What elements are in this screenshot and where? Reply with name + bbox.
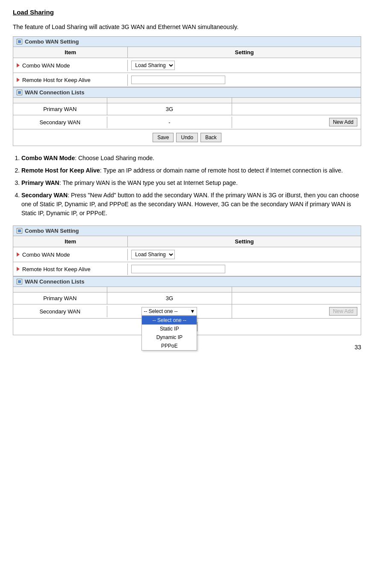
table1-wan-list-icon <box>17 90 22 95</box>
table1-wan-list-title: WAN Connection Lists <box>25 89 84 96</box>
list-item-4-text: : Press "New Add" button to add the seco… <box>21 192 359 216</box>
table2-wan-col2-header <box>107 287 233 292</box>
table1-header-icon <box>17 39 22 44</box>
remote-host-input-2[interactable] <box>131 265 225 273</box>
combo-wan-mode-select-1[interactable]: Load Sharing Failover <box>131 61 175 70</box>
list-item-1: Combo WAN Mode: Choose Load Sharing mode… <box>21 154 361 163</box>
table2-secondary-wan-col2: -- Select one -- ▼ -- Select one -- Stat… <box>107 304 233 318</box>
table1-secondary-wan-row: Secondary WAN - New Add <box>13 115 361 129</box>
wan-col2-header <box>107 98 233 103</box>
table2-col-headers: Item Setting <box>13 236 361 247</box>
table2-col-setting-label: Setting <box>128 236 361 247</box>
table2-row-remote-host: Remote Host for Keep Alive <box>13 262 361 276</box>
list-item-3-label: Primary WAN <box>21 179 59 186</box>
table2-secondary-wan-col1: Secondary WAN <box>13 306 107 317</box>
dropdown-option-pppoe[interactable]: PPPoE <box>142 342 197 350</box>
table2-item-remote-host: Remote Host for Keep Alive <box>13 263 128 275</box>
select-dropdown-arrow: ▼ <box>190 308 195 314</box>
new-add-button-1[interactable]: New Add <box>329 118 357 126</box>
table2-primary-wan-col3 <box>232 296 361 301</box>
table2-primary-wan-col1: Primary WAN <box>13 293 107 304</box>
list-item-1-text: : Choose Load Sharing mode. <box>75 155 154 161</box>
combo-wan-table-2: Combo WAN Setting Item Setting Combo WAN… <box>13 225 361 335</box>
primary-wan-col1: Primary WAN <box>13 103 107 115</box>
combo-wan-table-1: Combo WAN Setting Item Setting Combo WAN… <box>13 36 361 146</box>
table1-col-headers: Item Setting <box>13 47 361 58</box>
dropdown-option-select-one[interactable]: -- Select one -- <box>142 316 197 325</box>
table1-setting-remote-host <box>128 73 361 87</box>
undo-button-1[interactable]: Undo <box>176 133 198 142</box>
table1-item-remote-host: Remote Host for Keep Alive <box>13 74 128 86</box>
page-title: Load Sharing <box>13 9 361 16</box>
table2-row-combo-wan-mode: Combo WAN Mode Load Sharing Failover <box>13 247 361 262</box>
dropdown-option-dynamic-ip[interactable]: Dynamic IP <box>142 333 197 342</box>
table2-wan-col3-header <box>232 287 361 292</box>
table2-header-title: Combo WAN Setting <box>25 228 79 234</box>
instructions-list: Combo WAN Mode: Choose Load Sharing mode… <box>21 154 361 218</box>
table2-secondary-wan-col3: New Add <box>232 304 361 318</box>
row-arrow-icon-3 <box>17 252 20 257</box>
table1-wan-list-header-row: WAN Connection Lists <box>13 87 361 98</box>
table1-row-remote-host: Remote Host for Keep Alive <box>13 73 361 87</box>
table2-setting-remote-host <box>128 262 361 276</box>
table2-wan-list-title: WAN Connection Lists <box>25 278 84 285</box>
table2-primary-wan-col2: 3G <box>107 293 233 304</box>
table1-row-combo-wan-mode: Combo WAN Mode Load Sharing Failover <box>13 58 361 73</box>
table1-primary-wan-row: Primary WAN 3G <box>13 103 361 115</box>
table2-item-combo-wan-mode: Combo WAN Mode <box>13 249 128 260</box>
table2-col-item-label: Item <box>13 236 128 247</box>
remote-host-label: Remote Host for Keep Alive <box>22 77 91 83</box>
back-button-1[interactable]: Back <box>200 133 221 142</box>
primary-wan-col3 <box>232 107 361 112</box>
row-arrow-icon-1 <box>17 63 20 67</box>
combo-wan-mode-select-2[interactable]: Load Sharing Failover <box>131 250 175 259</box>
table2-setting-combo-wan-mode: Load Sharing Failover <box>128 247 361 262</box>
table2-wan-col-headers <box>13 287 361 293</box>
table1-wan-col-headers <box>13 98 361 103</box>
save-button-1[interactable]: Save <box>153 133 174 142</box>
combo-wan-mode-label: Combo WAN Mode <box>22 62 70 69</box>
primary-wan-col2: 3G <box>107 103 233 115</box>
table1-button-row: Save Undo Back <box>13 129 361 146</box>
secondary-wan-select-display[interactable]: -- Select one -- ▼ <box>141 307 197 316</box>
select-display-text: -- Select one -- <box>144 308 177 314</box>
dropdown-option-static-ip[interactable]: Static IP <box>142 325 197 333</box>
table2-header-icon <box>17 228 22 234</box>
intro-paragraph: The feature of Load Sharing will activat… <box>13 23 361 30</box>
table2-primary-wan-row: Primary WAN 3G <box>13 293 361 304</box>
table1-setting-combo-wan-mode: Load Sharing Failover <box>128 58 361 73</box>
list-item-2: Remote Host for Keep Alive: Type an IP a… <box>21 166 361 175</box>
list-item-3-text: : The primary WAN is the WAN type you se… <box>59 179 238 186</box>
table1-item-combo-wan-mode: Combo WAN Mode <box>13 60 128 71</box>
wan-col1-header <box>13 98 107 103</box>
secondary-wan-dropdown-wrapper: -- Select one -- ▼ -- Select one -- Stat… <box>141 307 197 316</box>
table2-combo-wan-mode-label: Combo WAN Mode <box>22 252 70 258</box>
list-item-4-label: Secondary WAN <box>21 192 68 199</box>
table2-wan-col1-header <box>13 287 107 292</box>
table1-col-setting-label: Setting <box>128 47 361 58</box>
secondary-wan-col2: - <box>107 117 233 128</box>
secondary-wan-dropdown-menu[interactable]: -- Select one -- Static IP Dynamic IP PP… <box>141 316 197 351</box>
wan-col3-header <box>232 98 361 103</box>
table2-header-row: Combo WAN Setting <box>13 226 361 236</box>
table2-wan-list-header-row: WAN Connection Lists <box>13 276 361 287</box>
list-item-1-label: Combo WAN Mode <box>21 155 75 161</box>
list-item-2-text: : Type an IP address or domain name of r… <box>100 167 343 174</box>
list-item-3: Primary WAN: The primary WAN is the WAN … <box>21 178 361 187</box>
secondary-wan-col3: New Add <box>232 115 361 129</box>
table1-header-row: Combo WAN Setting <box>13 37 361 47</box>
secondary-wan-col1: Secondary WAN <box>13 117 107 128</box>
new-add-button-2[interactable]: New Add <box>329 307 357 316</box>
row-arrow-icon-4 <box>17 267 20 271</box>
table1-col-item-label: Item <box>13 47 128 58</box>
list-item-4: Secondary WAN: Press "New Add" button to… <box>21 191 361 218</box>
row-arrow-icon-2 <box>17 78 20 82</box>
table2-secondary-wan-row: Secondary WAN -- Select one -- ▼ -- Sele… <box>13 304 361 319</box>
list-item-2-label: Remote Host for Keep Alive <box>21 167 100 174</box>
remote-host-input-1[interactable] <box>131 76 225 84</box>
table1-header-title: Combo WAN Setting <box>25 38 79 45</box>
table2-remote-host-label: Remote Host for Keep Alive <box>22 266 91 272</box>
table2-wan-list-icon <box>17 279 22 284</box>
